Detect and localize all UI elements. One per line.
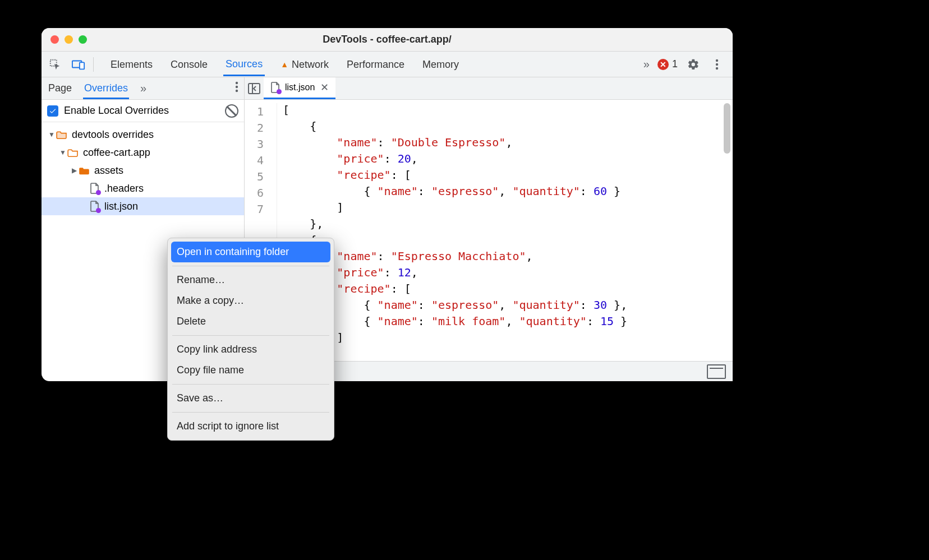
code-line: ] xyxy=(283,331,627,347)
code-line: { xyxy=(283,233,627,249)
tree-domain-folder[interactable]: ▼ coffee-cart.app xyxy=(42,144,244,161)
line-number: 3 xyxy=(245,137,269,151)
menu-item[interactable]: Delete xyxy=(171,311,330,332)
title-bar: DevTools - coffee-cart.app/ xyxy=(42,28,733,52)
folder-icon xyxy=(56,130,67,139)
svg-point-4 xyxy=(716,63,718,65)
more-options-icon[interactable] xyxy=(709,57,725,72)
code-line: "name": "Double Espresso", xyxy=(283,136,627,152)
panel-tab-console[interactable]: Console xyxy=(168,53,210,75)
svg-point-8 xyxy=(236,90,238,92)
menu-separator xyxy=(172,335,329,336)
menu-separator xyxy=(172,412,329,413)
more-panels-icon[interactable]: » xyxy=(643,58,650,71)
menu-item[interactable]: Open in containing folder xyxy=(171,242,330,262)
menu-separator xyxy=(172,266,329,266)
file-tree: ▼ devtools overrides ▼ coffee-cart.app ▶… xyxy=(42,122,244,219)
clear-overrides-icon[interactable] xyxy=(225,104,238,118)
code-line: { "name": "espresso", "quantity": 30 }, xyxy=(283,298,627,314)
code-line: { "name": "milk foam", "quantity": 15 } xyxy=(283,314,627,331)
code-line: ] xyxy=(283,201,627,217)
line-number: 7 xyxy=(245,202,269,216)
code-line: { "name": "espresso", "quantity": 60 } xyxy=(283,184,627,201)
toggle-navigator-icon[interactable] xyxy=(245,83,264,94)
menu-item[interactable]: Save as… xyxy=(171,388,330,409)
editor-file-tab[interactable]: list.json ✕ xyxy=(264,77,335,99)
panel-tab-performance[interactable]: Performance xyxy=(344,53,407,75)
context-menu: Open in containing folderRename…Make a c… xyxy=(167,238,334,441)
sidebar-tab-overrides[interactable]: Overrides xyxy=(83,78,129,99)
panel-tab-sources[interactable]: Sources xyxy=(223,53,265,76)
tree-file-label: .headers xyxy=(104,183,144,195)
menu-item[interactable]: Copy link address xyxy=(171,339,330,360)
code-line: { xyxy=(283,119,627,136)
svg-point-3 xyxy=(716,59,718,61)
file-icon xyxy=(90,183,100,194)
sidebar-tab-page[interactable]: Page xyxy=(47,78,73,99)
tree-file-headers[interactable]: .headers xyxy=(42,179,244,197)
panel-tab-network[interactable]: Network xyxy=(278,53,331,75)
editor-tabs: list.json ✕ xyxy=(245,77,733,100)
panel-tab-elements[interactable]: Elements xyxy=(108,53,155,75)
enable-overrides-label: Enable Local Overrides xyxy=(64,105,169,117)
line-number: 1 xyxy=(245,105,269,118)
code-line: "recipe": [ xyxy=(283,282,627,298)
editor-file-name: list.json xyxy=(285,82,315,92)
tree-folder-label: assets xyxy=(94,165,123,177)
tree-root-label: devtools overrides xyxy=(72,129,154,141)
folder-icon xyxy=(67,148,79,157)
window-title: DevTools - coffee-cart.app/ xyxy=(42,34,733,45)
svg-point-6 xyxy=(236,82,238,84)
svg-point-7 xyxy=(236,86,238,88)
error-icon: ✕ xyxy=(657,59,669,70)
line-number: 5 xyxy=(245,170,269,183)
line-number: 6 xyxy=(245,186,269,200)
line-number: 4 xyxy=(245,154,269,167)
editor-scrollbar[interactable] xyxy=(724,103,730,154)
tree-file-label: list.json xyxy=(104,201,138,212)
error-count: 1 xyxy=(672,58,678,70)
error-indicator[interactable]: ✕ 1 xyxy=(657,58,678,70)
tree-assets-folder[interactable]: ▶ assets xyxy=(42,161,244,179)
panel-tab-memory[interactable]: Memory xyxy=(420,53,461,75)
line-number: 2 xyxy=(245,121,269,135)
toggle-drawer-icon[interactable] xyxy=(707,364,726,379)
file-icon xyxy=(270,82,280,93)
menu-item[interactable]: Make a copy… xyxy=(171,290,330,311)
svg-rect-2 xyxy=(80,62,84,69)
code-line: }, xyxy=(283,217,627,233)
svg-point-5 xyxy=(716,67,718,69)
code-line: "recipe": [ xyxy=(283,168,627,184)
code-line: "price": 12, xyxy=(283,266,627,282)
device-toolbar-icon[interactable] xyxy=(68,54,89,75)
file-icon xyxy=(90,201,100,212)
menu-item[interactable]: Add script to ignore list xyxy=(171,416,330,437)
more-sidebar-tabs-icon[interactable]: » xyxy=(140,82,146,95)
sidebar-more-icon[interactable] xyxy=(235,81,238,95)
enable-overrides-row: Enable Local Overrides xyxy=(42,100,244,122)
settings-gear-icon[interactable] xyxy=(686,57,701,72)
sidebar-tabs: PageOverrides » xyxy=(42,77,244,100)
main-toolbar: ElementsConsoleSourcesNetworkPerformance… xyxy=(42,52,733,77)
close-tab-icon[interactable]: ✕ xyxy=(320,81,329,94)
folder-icon xyxy=(79,166,90,175)
inspect-element-icon[interactable] xyxy=(45,54,65,75)
code-line: "name": "Espresso Macchiato", xyxy=(283,249,627,266)
tree-domain-label: coffee-cart.app xyxy=(83,147,150,159)
toolbar-divider xyxy=(93,57,94,72)
code-line: "price": 20, xyxy=(283,152,627,168)
tree-root-folder[interactable]: ▼ devtools overrides xyxy=(42,126,244,144)
enable-overrides-checkbox[interactable] xyxy=(47,105,58,117)
code-line: [ xyxy=(283,103,627,119)
menu-item[interactable]: Rename… xyxy=(171,270,330,290)
devtools-window: DevTools - coffee-cart.app/ ElementsCons… xyxy=(42,28,733,381)
panel-tabs: ElementsConsoleSourcesNetworkPerformance… xyxy=(108,53,643,76)
tree-file-list-json[interactable]: list.json xyxy=(42,197,244,215)
menu-separator xyxy=(172,384,329,385)
menu-item[interactable]: Copy file name xyxy=(171,360,330,381)
